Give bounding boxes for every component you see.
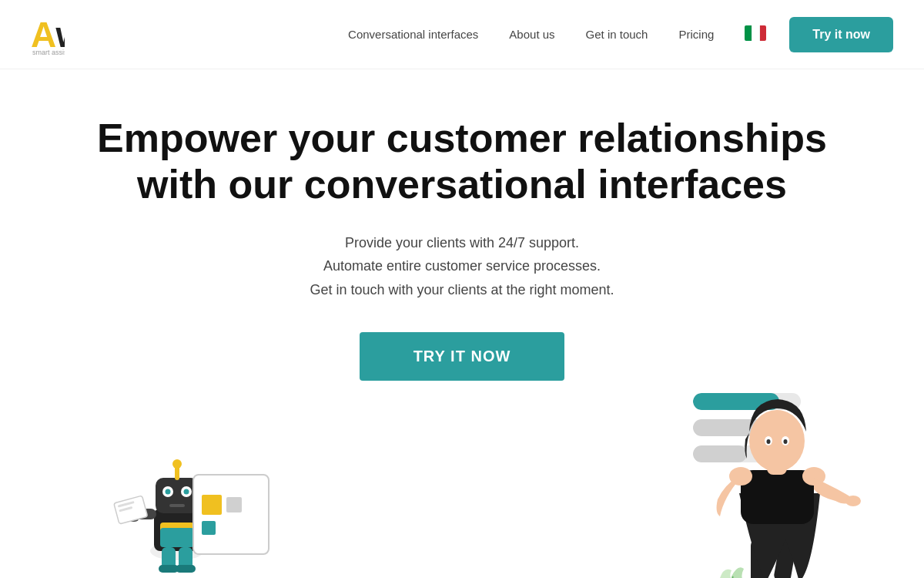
- nav-link-conversational[interactable]: Conversational interfaces: [348, 28, 478, 41]
- nav-link-pricing[interactable]: Pricing: [678, 28, 714, 41]
- hero-subtext: Provide your clients with 24/7 support. …: [310, 231, 614, 302]
- svg-point-41: [767, 439, 771, 444]
- logo-icon: Awhy smart assistance: [31, 15, 65, 55]
- gray-square: [226, 497, 242, 512]
- svg-text:smart assistance: smart assistance: [32, 49, 65, 55]
- card-shapes: [192, 474, 270, 555]
- nav-item-contact[interactable]: Get in touch: [586, 28, 648, 42]
- svg-point-11: [166, 489, 171, 495]
- woman-illustration: [678, 385, 878, 578]
- svg-point-12: [184, 489, 189, 495]
- nav-link-contact[interactable]: Get in touch: [586, 28, 648, 41]
- hero-section: Empower your customer relationships with…: [0, 69, 924, 578]
- logo[interactable]: Awhy smart assistance: [31, 15, 68, 55]
- svg-point-42: [784, 439, 788, 444]
- nav-links: Conversational interfaces About us Get i…: [348, 25, 766, 44]
- nav-item-pricing[interactable]: Pricing: [678, 28, 714, 42]
- svg-rect-13: [169, 504, 185, 507]
- svg-rect-5: [160, 528, 194, 547]
- hero-cta-button[interactable]: TRY IT NOW: [360, 332, 565, 381]
- svg-point-36: [845, 496, 861, 506]
- italian-flag-icon[interactable]: [745, 25, 766, 41]
- hero-heading: Empower your customer relationships with…: [96, 116, 828, 208]
- svg-rect-21: [176, 565, 196, 573]
- svg-point-38: [749, 410, 805, 472]
- svg-point-8: [172, 459, 182, 469]
- nav-item-about[interactable]: About us: [509, 28, 554, 42]
- teal-square: [202, 521, 216, 535]
- shape-row-1: [202, 495, 242, 515]
- yellow-square: [202, 495, 222, 515]
- shape-row-2: [202, 521, 216, 535]
- nav-item-conversational[interactable]: Conversational interfaces: [348, 28, 478, 42]
- svg-rect-22: [114, 496, 148, 524]
- nav-link-about[interactable]: About us: [509, 28, 554, 41]
- navbar: Awhy smart assistance Conversational int…: [0, 0, 924, 69]
- nav-item-flag[interactable]: [745, 25, 766, 44]
- nav-try-button[interactable]: Try it now: [789, 17, 893, 52]
